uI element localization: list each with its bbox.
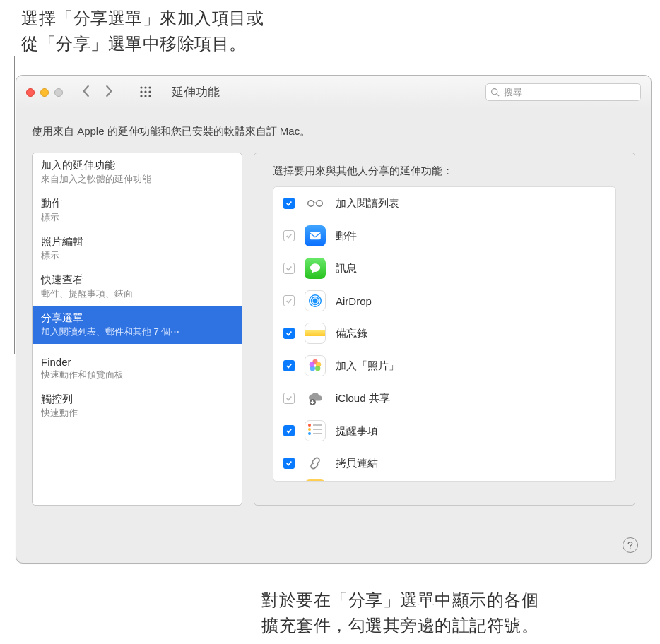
list-item: iCloud 共享	[273, 382, 615, 415]
svg-point-1	[144, 86, 146, 88]
mail-icon	[305, 225, 326, 246]
prefs-window: 延伸功能 搜尋 使用來自 Apple 的延伸功能和您已安裝的軟體來自訂 Mac。…	[16, 75, 652, 564]
svg-point-19	[315, 366, 320, 371]
window-body: 使用來自 Apple 的延伸功能和您已安裝的軟體來自訂 Mac。 加入的延伸功能…	[16, 109, 651, 521]
sidebar-item-label: Finder	[41, 356, 233, 368]
panels: 加入的延伸功能 來自加入之軟體的延伸功能 動作 標示 照片編輯 標示 快速查看 …	[32, 153, 635, 506]
notes-icon	[305, 323, 326, 344]
svg-rect-12	[310, 232, 320, 239]
airdrop-icon	[305, 290, 326, 311]
list-item-label: 拷貝連結	[336, 457, 378, 470]
sidebar-item-label: 分享選單	[41, 311, 233, 325]
svg-point-10	[308, 201, 314, 207]
search-input[interactable]: 搜尋	[485, 83, 641, 101]
sidebar-item-sub: 郵件、提醒事項、錶面	[41, 287, 233, 300]
help-button[interactable]: ?	[623, 537, 638, 553]
svg-point-5	[148, 90, 151, 93]
sidebar-item-label: 動作	[41, 197, 233, 210]
sidebar-item-share-menu[interactable]: 分享選單 加入閱讀列表、郵件和其他 7 個⋯	[33, 306, 242, 344]
forward-button[interactable]	[104, 84, 114, 101]
help-label: ?	[627, 539, 633, 551]
sidebar: 加入的延伸功能 來自加入之軟體的延伸功能 動作 標示 照片編輯 標示 快速查看 …	[32, 153, 242, 506]
show-all-prefs-button[interactable]	[139, 85, 153, 100]
sidebar-item-sub: 標示	[41, 211, 233, 224]
svg-point-11	[317, 201, 323, 207]
titlebar: 延伸功能 搜尋	[16, 76, 651, 109]
checkbox[interactable]	[283, 360, 295, 371]
svg-point-8	[148, 95, 151, 97]
icloud-share-icon	[305, 388, 326, 409]
photos-icon	[305, 355, 326, 376]
search-placeholder: 搜尋	[504, 86, 522, 99]
annotation-text: 對於要在「分享」選單中顯示的各個	[261, 590, 538, 609]
checkbox[interactable]	[283, 458, 295, 469]
sidebar-item-sub: 加入閱讀列表、郵件和其他 7 個⋯	[41, 326, 233, 338]
checkbox[interactable]	[283, 425, 295, 436]
sidebar-item-actions[interactable]: 動作 標示	[33, 191, 242, 229]
nav-arrows	[81, 84, 114, 101]
sidebar-item-sub: 標示	[41, 249, 233, 262]
svg-point-21	[310, 362, 314, 367]
sidebar-item-label: 照片編輯	[41, 235, 233, 249]
svg-point-14	[313, 299, 317, 303]
list-item: 加入閱讀列表	[273, 187, 615, 220]
svg-point-3	[140, 90, 142, 93]
sidebar-item-touch-bar[interactable]: 觸控列 快速動作	[33, 387, 242, 425]
back-button[interactable]	[81, 84, 91, 101]
window-title: 延伸功能	[172, 84, 220, 100]
svg-point-7	[144, 95, 146, 97]
list-item-label: AirDrop	[336, 295, 372, 307]
annotation-text: 從「分享」選單中移除項目。	[21, 34, 247, 53]
sidebar-item-photo-editing[interactable]: 照片編輯 標示	[33, 229, 242, 268]
reminders-icon	[305, 420, 326, 441]
svg-point-6	[140, 95, 142, 97]
sidebar-item-label: 加入的延伸功能	[41, 159, 233, 172]
sidebar-item-label: 觸控列	[41, 393, 233, 406]
list-item-label: 郵件	[336, 229, 357, 243]
list-item-label: 訊息	[336, 262, 357, 275]
svg-point-2	[148, 86, 151, 88]
list-item: 郵件	[273, 220, 615, 252]
divider	[40, 347, 235, 347]
traffic-lights	[26, 88, 63, 97]
checkbox[interactable]	[283, 198, 295, 209]
messages-icon	[305, 258, 326, 279]
sidebar-item-label: 快速查看	[41, 273, 233, 287]
list-item-label: iCloud 共享	[336, 392, 390, 405]
checkbox	[283, 295, 295, 306]
extensions-list: 加入閱讀列表 郵件	[273, 186, 616, 482]
glasses-icon	[305, 193, 326, 214]
minimize-window-button[interactable]	[40, 88, 49, 97]
annotation-text: 選擇「分享選單」來加入項目或	[21, 8, 264, 28]
list-item: 訊息	[273, 252, 615, 285]
svg-point-0	[140, 86, 142, 88]
zoom-window-button	[54, 88, 63, 97]
main-heading: 選擇要用來與其他人分享的延伸功能：	[273, 165, 616, 178]
checkbox[interactable]	[283, 328, 295, 339]
annotation-bottom: 對於要在「分享」選單中顯示的各個 擴充套件，勾選其旁邊的註記符號。	[261, 588, 538, 638]
sidebar-item-quick-look[interactable]: 快速查看 郵件、提醒事項、錶面	[33, 268, 242, 306]
list-item-partial	[273, 479, 615, 482]
list-item-label: 備忘錄	[336, 327, 367, 340]
list-item: 備忘錄	[273, 317, 615, 350]
page-description: 使用來自 Apple 的延伸功能和您已安裝的軟體來自訂 Mac。	[32, 125, 635, 138]
list-item: AirDrop	[273, 285, 615, 317]
sidebar-item-sub: 快速動作和預覽面板	[41, 369, 233, 381]
sidebar-item-added-extensions[interactable]: 加入的延伸功能 來自加入之軟體的延伸功能	[33, 153, 242, 191]
callout-line	[14, 56, 15, 354]
list-item-label: 提醒事項	[336, 424, 378, 438]
checkbox	[283, 263, 295, 274]
callout-line	[297, 491, 297, 581]
partial-icon	[305, 479, 326, 482]
svg-point-9	[492, 89, 497, 95]
checkbox	[283, 230, 295, 242]
close-window-button[interactable]	[26, 88, 35, 97]
svg-point-4	[144, 90, 146, 93]
annotation-top: 選擇「分享選單」來加入項目或 從「分享」選單中移除項目。	[21, 6, 264, 56]
svg-point-13	[310, 263, 320, 272]
list-item: 拷貝連結	[273, 447, 615, 479]
list-item-label: 加入「照片」	[336, 359, 399, 373]
list-item-label: 加入閱讀列表	[336, 197, 399, 210]
search-icon	[490, 88, 500, 97]
sidebar-item-finder[interactable]: Finder 快速動作和預覽面板	[33, 350, 242, 387]
